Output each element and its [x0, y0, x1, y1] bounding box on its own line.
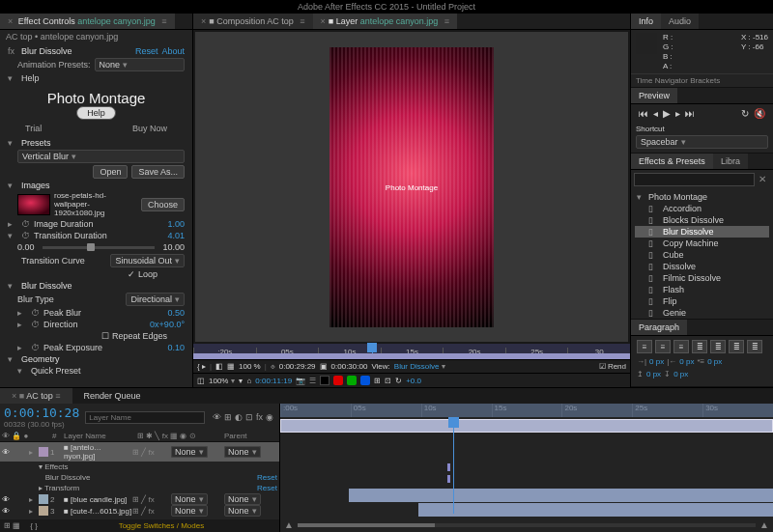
- help-button[interactable]: Help: [76, 106, 116, 120]
- preset-item[interactable]: ▯Accordion: [635, 203, 769, 214]
- layer-tab[interactable]: ×■ Layer antelope canyon.jpg ≡: [313, 14, 458, 29]
- justify-right-button[interactable]: ≣: [729, 340, 744, 353]
- zoom-in-icon[interactable]: ▲: [759, 519, 769, 530]
- effects-presets-tab[interactable]: Effects & Presets: [631, 154, 713, 169]
- render-checkbox[interactable]: ☑ Rend: [599, 362, 626, 371]
- chevron-down-icon[interactable]: ▾: [8, 73, 17, 83]
- timeline-ruler[interactable]: :00s05s10s15s20s25s30s: [280, 404, 773, 417]
- layer-row[interactable]: 👁▸1■ [antelo…nyon.jpg]⊞ ╱ fxNoneNone: [0, 442, 279, 462]
- render-queue-tab[interactable]: Render Queue: [72, 388, 153, 404]
- trial-link[interactable]: Trial: [25, 124, 42, 133]
- chevron-down-icon[interactable]: ▾: [637, 192, 644, 202]
- blue-channel-icon[interactable]: [360, 376, 370, 385]
- prev-frame-button[interactable]: ◂: [653, 108, 658, 119]
- preset-item[interactable]: ▯Blocks Dissolve: [635, 214, 769, 226]
- exposure-value[interactable]: +0.0: [406, 377, 421, 385]
- toggle-switches-link[interactable]: Toggle Switches / Modes: [119, 521, 205, 530]
- images-section[interactable]: Images: [21, 181, 50, 190]
- audio-tab[interactable]: Audio: [661, 14, 699, 29]
- layer-property[interactable]: Blur DissolveReset: [0, 472, 279, 483]
- indent-first-value[interactable]: 0 px: [707, 357, 722, 366]
- frame-blend-icon[interactable]: ⊞ ▦: [4, 521, 20, 530]
- play-button[interactable]: ▶: [663, 108, 671, 119]
- preset-item[interactable]: ▯Flash: [635, 284, 769, 295]
- effect-controls-tab[interactable]: × Effect Controls antelope canyon.jpg ≡: [0, 14, 175, 29]
- panel-menu-icon[interactable]: ≡: [161, 16, 166, 26]
- current-time[interactable]: 0:00:10:28: [4, 406, 79, 420]
- align-center-button[interactable]: ≡: [655, 340, 671, 353]
- preset-item[interactable]: ▯Copy Machine: [635, 238, 769, 249]
- preset-item[interactable]: ▯Flip: [635, 295, 769, 307]
- space-after-value[interactable]: 0 px: [673, 370, 688, 378]
- first-frame-button[interactable]: ⏮: [639, 108, 648, 119]
- viewport[interactable]: Photo Montage: [195, 32, 628, 342]
- quick-preset-section[interactable]: Quick Preset: [31, 366, 81, 376]
- transition-duration-value[interactable]: 4.01: [167, 231, 185, 240]
- last-frame-button[interactable]: ⏭: [685, 108, 695, 119]
- preset-select[interactable]: Vertical Blur: [17, 150, 185, 163]
- timecode-display[interactable]: 0:00:11:19: [255, 377, 292, 385]
- loop-checkbox[interactable]: ✓ Loop: [128, 269, 157, 279]
- layer-bar[interactable]: [349, 489, 773, 502]
- buy-link[interactable]: Buy Now: [132, 124, 167, 133]
- justify-all-button[interactable]: ≣: [747, 340, 762, 353]
- layer-bar[interactable]: [418, 503, 773, 517]
- layer-time-ruler[interactable]: :20s05s10s15s20s25s30: [193, 344, 630, 359]
- composition-tab[interactable]: ×■ Composition AC top ≡: [193, 14, 313, 29]
- justify-center-button[interactable]: ≣: [710, 340, 726, 353]
- view-select[interactable]: Blur Dissolve: [394, 362, 446, 371]
- zoom-out-icon[interactable]: ▲: [284, 519, 294, 530]
- shy-icon[interactable]: 👁: [213, 412, 221, 422]
- zoom-slider[interactable]: [298, 523, 435, 527]
- fx-toggle-icon[interactable]: fx: [8, 46, 17, 56]
- indent-right-value[interactable]: 0 px: [679, 357, 694, 366]
- align-right-button[interactable]: ≡: [673, 340, 689, 353]
- reset-link[interactable]: Reset: [135, 46, 158, 56]
- magnification-select[interactable]: 100%: [209, 377, 235, 385]
- playhead-icon[interactable]: [367, 343, 377, 352]
- preset-item[interactable]: ▯Blur Dissolve: [635, 226, 769, 238]
- open-button[interactable]: Open: [93, 165, 128, 179]
- slider-handle[interactable]: [87, 243, 95, 251]
- blur-dissolve-section[interactable]: Blur Dissolve: [21, 281, 72, 291]
- timeline-comp-tab[interactable]: × ■ AC top ≡: [0, 388, 72, 404]
- paragraph-tab[interactable]: Paragraph: [631, 320, 687, 335]
- blur-type-select[interactable]: Directional: [126, 293, 185, 306]
- close-icon[interactable]: ×: [8, 16, 13, 26]
- info-tab[interactable]: Info: [631, 14, 661, 29]
- indent-left-value[interactable]: 0 px: [649, 357, 664, 366]
- align-left-button[interactable]: ≡: [637, 340, 652, 353]
- justify-left-button[interactable]: ≣: [692, 340, 707, 353]
- presets-section[interactable]: Presets: [21, 138, 51, 148]
- preset-item[interactable]: ▯Genie: [635, 307, 769, 319]
- preset-item[interactable]: ▯Dissolve: [635, 261, 769, 272]
- layer-search-input[interactable]: [85, 411, 205, 424]
- timeline-playhead[interactable]: [448, 417, 459, 428]
- layer-row[interactable]: 👁▸3■ [cute-f…6015.jpg]⊞ ╱ fxNoneNone: [0, 505, 279, 517]
- preview-tab[interactable]: Preview: [631, 88, 677, 103]
- peak-exposure-value[interactable]: 0.10: [167, 343, 185, 352]
- layer-row[interactable]: 👁▸2■ [blue candle.jpg]⊞ ╱ fxNoneNone: [0, 493, 279, 505]
- save-as-button[interactable]: Save As...: [131, 165, 185, 179]
- red-channel-icon[interactable]: [333, 376, 343, 385]
- layer-property[interactable]: ▸ TransformReset: [0, 483, 279, 493]
- shortcut-select[interactable]: Spacebar: [636, 135, 768, 149]
- choose-button[interactable]: Choose: [141, 198, 185, 211]
- next-frame-button[interactable]: ▸: [675, 108, 680, 119]
- layer-bar[interactable]: [280, 419, 773, 433]
- geometry-section[interactable]: Geometry: [21, 354, 60, 364]
- keyframe-icon[interactable]: [447, 475, 450, 483]
- green-channel-icon[interactable]: [347, 376, 357, 385]
- layer-property[interactable]: ▾ Effects: [0, 462, 279, 472]
- repeat-edges-checkbox[interactable]: ☐ Repeat Edges: [101, 331, 167, 341]
- libraries-tab[interactable]: Libra: [713, 154, 748, 169]
- keyframe-icon[interactable]: [447, 463, 450, 471]
- direction-value[interactable]: 0x+90.0°: [150, 320, 185, 329]
- peak-blur-value[interactable]: 0.50: [167, 308, 185, 318]
- space-before-value[interactable]: 0 px: [646, 370, 661, 378]
- preset-item[interactable]: ▯Filmic Dissolve: [635, 272, 769, 284]
- loop-icon[interactable]: ↻: [741, 108, 749, 119]
- transition-curve-select[interactable]: Sinusoidal Out: [110, 254, 185, 267]
- about-link[interactable]: About: [161, 46, 185, 56]
- preset-item[interactable]: ▯Cube: [635, 249, 769, 261]
